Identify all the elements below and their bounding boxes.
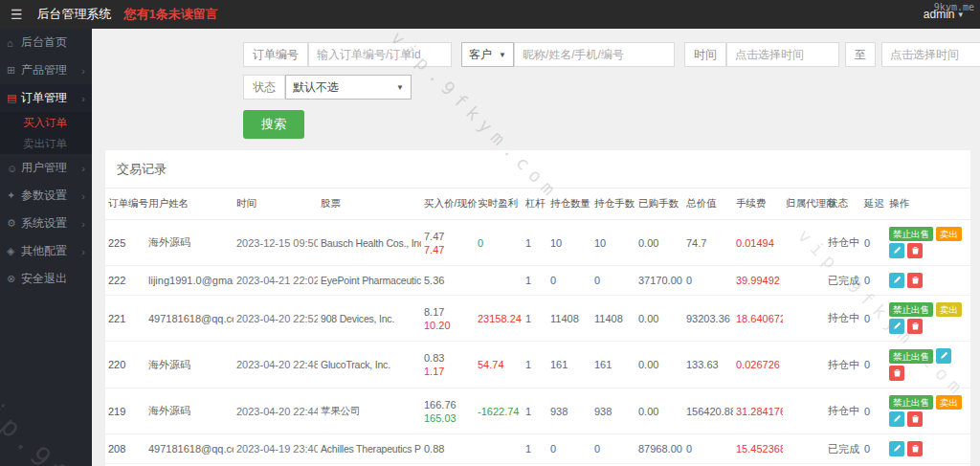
cell-position-lots: 0 bbox=[591, 266, 635, 296]
forbid-button[interactable]: 禁止出售 bbox=[889, 395, 933, 410]
cell-agent bbox=[783, 434, 825, 464]
cell-username: lijing1991.0@gmail.com bbox=[145, 266, 234, 296]
chevron-right-icon: › bbox=[81, 246, 85, 257]
column-header: 杠杆 bbox=[523, 189, 547, 220]
edit-button[interactable] bbox=[889, 243, 904, 258]
cell-fee: 0.026726 bbox=[733, 342, 783, 388]
delete-button[interactable] bbox=[907, 243, 923, 258]
sidebar-item-products[interactable]: ⊞产品管理› bbox=[0, 56, 92, 84]
cell-position-lots: 938 bbox=[591, 388, 635, 434]
sidebar-item-orders[interactable]: ▤订单管理› bbox=[0, 84, 92, 112]
column-header: 已购手数 bbox=[635, 189, 683, 220]
cell-leverage: 1 bbox=[523, 434, 547, 464]
table-row: 222lijing1991.0@gmail.com2023-04-21 22:0… bbox=[105, 266, 970, 296]
edit-button[interactable] bbox=[889, 319, 904, 334]
cell-total-value: 133.63 bbox=[683, 342, 733, 388]
sell-button[interactable]: 卖出 bbox=[936, 395, 962, 410]
column-header: 持仓数量 bbox=[547, 189, 591, 220]
cell-time: 2023-04-20 22:48:06 bbox=[234, 342, 318, 388]
sidebar-item-other[interactable]: ◈其他配置› bbox=[0, 237, 92, 265]
delete-button[interactable] bbox=[907, 411, 923, 427]
sidebar-item-label: 其他配置 bbox=[21, 243, 81, 259]
forbid-button[interactable]: 禁止出售 bbox=[889, 227, 933, 241]
status-select[interactable]: 默认不选 ▼ bbox=[285, 75, 412, 100]
cell-status: 已完成 bbox=[825, 434, 861, 464]
delete-button[interactable] bbox=[889, 366, 904, 381]
cell-position-qty: 0 bbox=[547, 266, 591, 296]
sidebar-item-system[interactable]: ⚙系统设置› bbox=[0, 210, 92, 237]
menu-icon[interactable]: ☰ bbox=[11, 7, 23, 22]
cell-delay: 0 bbox=[861, 296, 886, 342]
table-row: 221497181618@qq.com2023-04-20 22:52:3290… bbox=[105, 296, 970, 342]
edit-button[interactable] bbox=[889, 441, 904, 456]
sidebar-item-params[interactable]: ✦参数设置› bbox=[0, 182, 92, 210]
status-value: 默认不选 bbox=[293, 79, 339, 96]
cell-buy-current-price: 166.76165.03 bbox=[421, 388, 475, 434]
product-icon: ⊞ bbox=[7, 64, 21, 77]
sidebar-item-label: 订单管理 bbox=[21, 90, 81, 106]
cell-position-lots: 10 bbox=[591, 220, 635, 266]
cell-delay: 0 bbox=[861, 342, 886, 388]
cell-actions: 禁止出售卖出 bbox=[886, 388, 970, 434]
column-header: 股票 bbox=[318, 189, 421, 220]
edit-button[interactable] bbox=[936, 348, 951, 364]
cell-time: 2023-04-20 22:52:32 bbox=[234, 296, 318, 342]
cell-total-value: 74.7 bbox=[683, 220, 733, 266]
sidebar-item-home[interactable]: ⌂后台首页 bbox=[0, 29, 92, 56]
column-header: 买入价/现价 bbox=[421, 189, 475, 220]
cell-realtime-profit bbox=[475, 434, 523, 464]
admin-user-menu[interactable]: admin ▾ bbox=[924, 0, 963, 29]
cell-position-qty: 938 bbox=[547, 388, 591, 434]
sidebar-item-logout[interactable]: ⊗安全退出 bbox=[0, 265, 92, 293]
search-button[interactable]: 搜索 bbox=[243, 110, 304, 139]
sell-button[interactable]: 卖出 bbox=[936, 302, 962, 317]
delete-button[interactable] bbox=[907, 441, 923, 456]
chevron-right-icon: › bbox=[81, 163, 85, 174]
sidebar-subitem-sell-orders[interactable]: 卖出订单 bbox=[0, 133, 92, 154]
cell-buy-current-price: 5.36 bbox=[421, 266, 475, 296]
delete-button[interactable] bbox=[907, 319, 923, 334]
forbid-button[interactable]: 禁止出售 bbox=[889, 302, 933, 317]
cell-bought-lots: 0.00 bbox=[635, 342, 683, 388]
cell-status: 持仓中 bbox=[825, 342, 861, 388]
panel-title: 交易记录 bbox=[105, 150, 970, 189]
time-from-input[interactable] bbox=[726, 42, 839, 67]
orders-panel: 交易记录 订单编号用户姓名时间股票买入价/现价实时盈利杠杆持仓数量持仓手数已购手… bbox=[105, 150, 970, 466]
order-no-input[interactable] bbox=[308, 42, 452, 67]
sidebar-subitem-buy-orders[interactable]: 买入订单 bbox=[0, 112, 92, 133]
cell-username: 497181618@qq.com bbox=[145, 296, 234, 342]
chevron-down-icon: ▾ bbox=[958, 10, 963, 19]
cell-order-id: 220 bbox=[105, 342, 145, 388]
table-row: 219海外源码2023-04-20 22:44:55苹果公司166.76165.… bbox=[105, 388, 970, 434]
sell-button[interactable]: 卖出 bbox=[936, 227, 962, 241]
cell-status: 已完成 bbox=[825, 266, 861, 296]
cell-total-value: 156420.88 bbox=[683, 388, 733, 434]
customer-input[interactable] bbox=[514, 42, 675, 67]
cell-position-qty: 11408 bbox=[547, 296, 591, 342]
action-buttons: 禁止出售卖出 bbox=[889, 227, 968, 258]
cell-buy-current-price: 8.1710.20 bbox=[421, 296, 475, 342]
app-title: 后台管理系统 bbox=[37, 6, 112, 23]
chevron-down-icon: ▼ bbox=[499, 51, 506, 59]
customer-type-select[interactable]: 客户 ▼ bbox=[461, 42, 514, 67]
time-to-input[interactable] bbox=[881, 42, 980, 67]
unread-message-notice[interactable]: 您有1条未读留言 bbox=[124, 6, 218, 23]
cell-leverage: 1 bbox=[523, 220, 547, 266]
edit-button[interactable] bbox=[889, 273, 904, 288]
action-buttons bbox=[889, 441, 968, 456]
pencil-icon bbox=[940, 351, 948, 362]
delete-button[interactable] bbox=[907, 273, 923, 288]
cell-realtime-profit: -1622.74 bbox=[475, 388, 523, 434]
cell-bought-lots: 0.00 bbox=[635, 296, 683, 342]
cell-stock: Achilles Therapeutics Plc bbox=[318, 434, 421, 464]
cell-position-qty: 0 bbox=[547, 434, 591, 464]
cell-fee: 18.640672 bbox=[733, 296, 783, 342]
edit-button[interactable] bbox=[889, 411, 904, 427]
filter-form: 订单编号 客户 ▼ 时间 至 状态 默认不选 ▼ 搜索 bbox=[243, 42, 980, 139]
admin-username: admin bbox=[924, 8, 955, 21]
forbid-button[interactable]: 禁止出售 bbox=[889, 349, 933, 364]
sidebar-submenu: 买入订单卖出订单 bbox=[0, 112, 92, 154]
sidebar-item-users[interactable]: ☺用户管理› bbox=[0, 154, 92, 182]
pencil-icon bbox=[893, 322, 902, 332]
customer-type-value: 客户 bbox=[469, 47, 492, 63]
